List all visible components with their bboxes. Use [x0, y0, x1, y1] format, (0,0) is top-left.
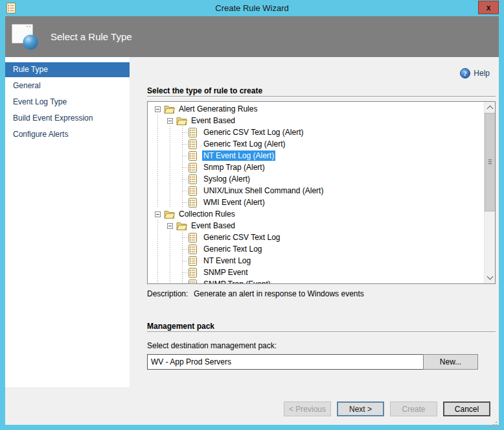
tree-item-label[interactable]: Alert Generating Rules [178, 104, 258, 114]
tree-item-label[interactable]: SNMP Event [202, 267, 249, 278]
tree-item[interactable]: Event Based [148, 115, 483, 126]
tree-item-label[interactable]: NT Event Log [202, 256, 252, 266]
management-pack-dropdown[interactable]: WV - App Prod Servers [147, 354, 432, 370]
collapse-icon[interactable] [152, 106, 164, 112]
tree-guide-line [164, 161, 176, 173]
wizard-steps-sidebar: Rule TypeGeneralEvent Log TypeBuild Even… [5, 57, 130, 387]
tree-item-label[interactable]: Generic CSV Text Log (Alert) [202, 127, 305, 137]
tree-item[interactable]: SNMP Trap (Event) [148, 278, 483, 284]
help-icon: ? [460, 68, 470, 78]
collapse-icon[interactable] [164, 223, 176, 229]
tree-item-label[interactable]: Event Based [190, 221, 236, 231]
tree-item[interactable]: Generic Text Log (Alert) [148, 138, 483, 150]
svg-text:?: ? [464, 70, 467, 77]
tree-item[interactable]: NT Event Log [148, 255, 483, 267]
rule-icon [189, 162, 200, 173]
tree-item[interactable]: Alert Generating Rules [148, 103, 483, 115]
tree-guide-line [152, 220, 164, 232]
tree-rows: Alert Generating RulesEvent BasedGeneric… [148, 103, 483, 284]
new-management-pack-button[interactable]: New... [423, 354, 478, 370]
tree-item[interactable]: Generic CSV Text Log (Alert) [148, 126, 483, 138]
tree-guide-line [152, 267, 164, 278]
sidebar-item-rule-type[interactable]: Rule Type [5, 62, 130, 77]
tree-item-label[interactable]: Generic CSV Text Log [202, 232, 282, 243]
tree-item[interactable]: WMI Event (Alert) [148, 197, 483, 208]
tree-item-label[interactable]: SNMP Trap (Event) [202, 279, 272, 284]
tree-item[interactable]: Collection Rules [148, 208, 483, 220]
tree-item-label[interactable]: Generic Text Log [202, 244, 264, 254]
rule-document-icon [6, 3, 16, 14]
tree-item-label[interactable]: NT Event Log (Alert) [202, 150, 275, 161]
tree-guide-line [152, 255, 164, 267]
close-icon[interactable]: x [478, 1, 499, 14]
tree-item[interactable]: UNIX/Linux Shell Command (Alert) [148, 185, 483, 197]
tree-item-label[interactable]: Collection Rules [178, 209, 236, 219]
create-button: Create [390, 401, 437, 416]
tree-guide-line [164, 150, 176, 161]
tree-item-label[interactable]: Event Based [190, 115, 236, 126]
rule-icon [189, 267, 200, 278]
rule-icon [189, 127, 200, 137]
scroll-up-icon[interactable] [485, 102, 496, 113]
help-link[interactable]: ? Help [460, 68, 490, 78]
rule-icon [189, 185, 200, 196]
description-label: Description: [147, 289, 194, 298]
cancel-button[interactable]: Cancel [443, 401, 490, 416]
tree-connector-line [176, 232, 189, 243]
tree-guide-line [152, 173, 164, 185]
rule-icon [189, 150, 200, 161]
tree-scrollbar[interactable] [484, 102, 495, 283]
scrollbar-thumb[interactable] [485, 113, 496, 211]
tree-guide-line [164, 255, 176, 267]
rule-icon [189, 197, 200, 208]
separator [147, 331, 496, 333]
tree-guide-line [164, 126, 176, 138]
tree-guide-line [152, 115, 164, 126]
rule-icon [189, 139, 200, 149]
wizard-header: Select a Rule Type [5, 16, 499, 57]
tree-guide-line [164, 278, 176, 284]
tree-item-label[interactable]: WMI Event (Alert) [202, 197, 266, 208]
description-row: Description: Generate an alert in respon… [147, 289, 364, 298]
folder-icon [164, 209, 175, 219]
management-pack-section-title: Management pack [147, 322, 214, 331]
tree-guide-line [164, 232, 176, 243]
tree-item[interactable]: SNMP Event [148, 267, 483, 278]
resize-grip-icon[interactable] [496, 422, 497, 423]
wizard-buttons: < PreviousNext >CreateCancel [284, 401, 490, 416]
tree-item-label[interactable]: UNIX/Linux Shell Command (Alert) [202, 185, 325, 196]
tree-item-label[interactable]: Generic Text Log (Alert) [202, 139, 287, 149]
tree-connector-line [176, 138, 189, 150]
sidebar-item-event-log-type[interactable]: Event Log Type [5, 95, 130, 110]
next-button[interactable]: Next > [337, 401, 384, 416]
tree-guide-line [164, 197, 176, 208]
tree-connector-line [176, 197, 189, 208]
collapse-icon[interactable] [164, 118, 176, 124]
tree-item[interactable]: Syslog (Alert) [148, 173, 483, 185]
tree-item[interactable]: NT Event Log (Alert) [148, 150, 483, 161]
rule-type-page-icon [10, 23, 40, 51]
sidebar-item-build-event-expression[interactable]: Build Event Expression [5, 111, 130, 126]
tree-connector-line [176, 161, 189, 173]
rule-icon [189, 232, 200, 243]
scroll-down-icon[interactable] [485, 272, 496, 283]
create-rule-wizard-window: Create Rule Wizard x Select a Rule Type … [0, 0, 504, 430]
tree-item[interactable]: Generic CSV Text Log [148, 232, 483, 243]
tree-item-label[interactable]: Syslog (Alert) [202, 174, 251, 184]
tree-item-label[interactable]: Snmp Trap (Alert) [202, 162, 266, 173]
minus-expander-icon [155, 106, 161, 112]
tree-item[interactable]: Generic Text Log [148, 243, 483, 255]
sidebar-item-general[interactable]: General [5, 78, 130, 93]
tree-guide-line [152, 150, 164, 161]
dialog-body: Select a Rule Type Rule TypeGeneralEvent… [5, 16, 499, 425]
tree-guide-line [164, 185, 176, 197]
tree-item[interactable]: Event Based [148, 220, 483, 232]
tree-guide-line [164, 267, 176, 278]
sidebar-item-configure-alerts[interactable]: Configure Alerts [5, 127, 130, 142]
tree-item[interactable]: Snmp Trap (Alert) [148, 161, 483, 173]
tree-guide-line [152, 232, 164, 243]
tree-guide-line [152, 243, 164, 255]
collapse-icon[interactable] [152, 211, 164, 217]
management-pack-select-label: Select destination management pack: [147, 341, 277, 350]
tree-guide-line [152, 126, 164, 138]
